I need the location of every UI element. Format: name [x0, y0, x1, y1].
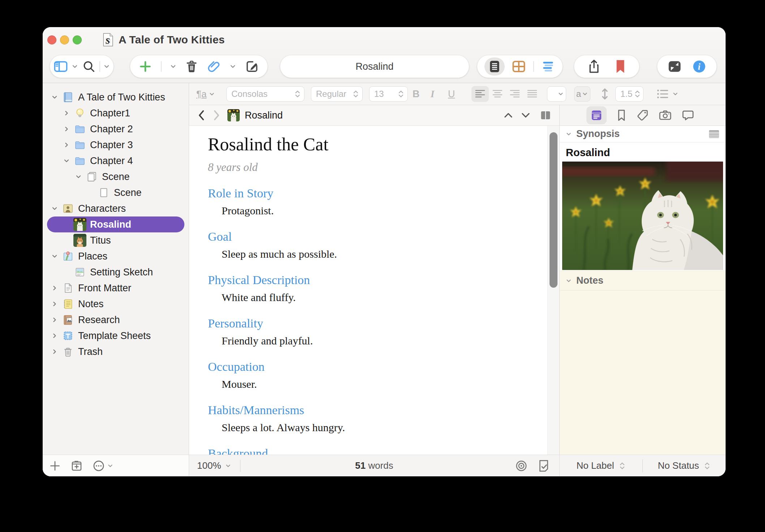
paragraph-style-menu[interactable]: ¶a [196, 89, 215, 100]
align-center-button[interactable] [489, 86, 506, 102]
binder-item-front-matter[interactable]: Front Matter [47, 280, 184, 296]
search-button[interactable] [82, 59, 96, 74]
binder-item-chapter1[interactable]: Chapter1 [47, 105, 184, 121]
add-document-button[interactable] [49, 460, 61, 472]
chevron-right-icon[interactable] [49, 284, 60, 292]
text-color-well[interactable] [547, 86, 566, 102]
next-document-button[interactable] [521, 112, 530, 119]
binder-item-titus[interactable]: Titus [47, 232, 184, 248]
align-left-button[interactable] [471, 86, 489, 102]
italic-button[interactable]: I [431, 89, 435, 100]
binder-item-chapter-4[interactable]: Chapter 4 [47, 153, 184, 169]
chevron-down-icon[interactable] [49, 94, 60, 101]
move-to-trash-button[interactable] [185, 59, 198, 74]
binder-item-scene[interactable]: Scene [47, 185, 184, 201]
synopsis-section-header[interactable]: Synopsis [560, 126, 726, 142]
chevron-right-icon[interactable] [49, 348, 60, 355]
binder-item-chapter-2[interactable]: Chapter 2 [47, 121, 184, 137]
notes-section-header[interactable]: Notes [560, 271, 726, 291]
chevron-right-icon[interactable] [49, 300, 60, 308]
add-item-button[interactable] [138, 59, 153, 74]
divider [533, 61, 534, 72]
binder-item-characters[interactable]: Characters [47, 201, 184, 216]
binder-item-research[interactable]: Research [47, 312, 184, 328]
sidebar-toggle-button[interactable] [53, 59, 68, 74]
document-view-button[interactable] [484, 57, 505, 76]
line-height-icon[interactable] [600, 88, 610, 100]
list-menu[interactable] [655, 88, 679, 100]
mark-reviewed-button[interactable] [538, 459, 549, 472]
notes-label: Notes [576, 275, 603, 286]
compose-button[interactable] [244, 59, 260, 74]
binder-item-places[interactable]: Places [47, 248, 184, 264]
split-view-button[interactable] [540, 110, 551, 121]
zoom-button[interactable] [73, 35, 82, 44]
editor-scrollbar-track[interactable] [547, 126, 559, 455]
editor-scrollbar-thumb[interactable] [550, 132, 557, 288]
label-dropdown[interactable]: No Label [560, 460, 642, 471]
minimize-button[interactable] [60, 35, 69, 44]
corkboard-view-button[interactable] [512, 60, 526, 73]
binder-item-setting-sketch[interactable]: Setting Sketch [47, 264, 184, 280]
tab-snapshots[interactable] [659, 110, 672, 121]
binder-item-rosalind[interactable]: Rosalind [47, 216, 184, 232]
align-justify-button[interactable] [523, 86, 541, 102]
binder-item-template-sheets[interactable]: Template Sheets [47, 328, 184, 344]
notes-text-area[interactable] [560, 291, 726, 455]
chevron-right-icon[interactable] [49, 316, 60, 323]
chevron-right-icon[interactable] [49, 332, 60, 339]
tab-bookmarks[interactable] [617, 109, 626, 121]
tab-comments[interactable] [682, 110, 694, 121]
add-chevron-down-icon[interactable] [170, 63, 177, 70]
toolbar-search-field[interactable]: Rosalind [280, 55, 469, 78]
history-back-button[interactable] [197, 109, 206, 121]
chevron-down-icon[interactable] [73, 173, 84, 180]
font-variant-select[interactable]: Regular [311, 86, 363, 102]
highlight-button[interactable]: a [574, 86, 590, 102]
synopsis-title[interactable]: Rosalind [560, 142, 726, 161]
close-button[interactable] [47, 35, 56, 44]
history-forward-button[interactable] [212, 109, 221, 121]
inspector-info-button[interactable]: i [692, 59, 707, 74]
editor-text-area[interactable]: Rosalind the Cat 8 years old Role in Sto… [189, 126, 559, 455]
attach-button[interactable] [206, 59, 221, 74]
synopsis-photo[interactable] [560, 161, 726, 271]
font-family-select[interactable]: Consolas [226, 86, 304, 102]
chevron-right-icon[interactable] [61, 141, 72, 149]
divider [240, 460, 240, 472]
chevron-down-icon[interactable] [49, 205, 60, 212]
binder-item-chapter-3[interactable]: Chapter 3 [47, 137, 184, 153]
underline-button[interactable]: U [448, 89, 455, 100]
binder-item-a-tale-of-two-kitties[interactable]: A Tale of Two Kitties [47, 89, 184, 105]
binder-item-trash[interactable]: Trash [47, 344, 184, 360]
writing-target-button[interactable] [515, 460, 527, 472]
zoom-control[interactable]: 100% [197, 460, 231, 471]
chevron-down-icon[interactable] [49, 253, 60, 260]
previous-document-button[interactable] [504, 112, 513, 119]
line-spacing-select[interactable]: 1.5 [615, 86, 644, 102]
chevron-down-icon [225, 463, 231, 469]
status-dropdown[interactable]: No Status [643, 460, 726, 471]
search-chevron-down-icon[interactable] [103, 63, 110, 70]
add-folder-button[interactable] [70, 460, 83, 472]
index-card-icon[interactable] [708, 129, 720, 139]
binder-item-notes[interactable]: Notes [47, 296, 184, 312]
app-window: S A Tale of Two Kitties Ro [43, 27, 726, 476]
outline-view-button[interactable] [541, 60, 555, 73]
quick-reference-button[interactable] [667, 60, 682, 73]
sidebar-chevron-down-icon[interactable] [71, 63, 78, 70]
tab-notes[interactable] [586, 106, 607, 124]
share-button[interactable] [587, 59, 601, 74]
tab-metadata[interactable] [636, 109, 649, 121]
binder-item-scene[interactable]: Scene [47, 169, 184, 185]
section-body: White and fluffy. [208, 291, 538, 304]
attach-chevron-down-icon[interactable] [229, 63, 236, 70]
font-size-select[interactable]: 13 [369, 86, 408, 102]
bold-button[interactable]: B [413, 89, 420, 100]
chevron-right-icon[interactable] [61, 110, 72, 117]
align-right-button[interactable] [506, 86, 523, 102]
chevron-down-icon[interactable] [61, 157, 72, 164]
chevron-right-icon[interactable] [61, 125, 72, 133]
bookmark-button[interactable] [614, 59, 627, 74]
binder-actions-menu[interactable] [93, 460, 114, 472]
